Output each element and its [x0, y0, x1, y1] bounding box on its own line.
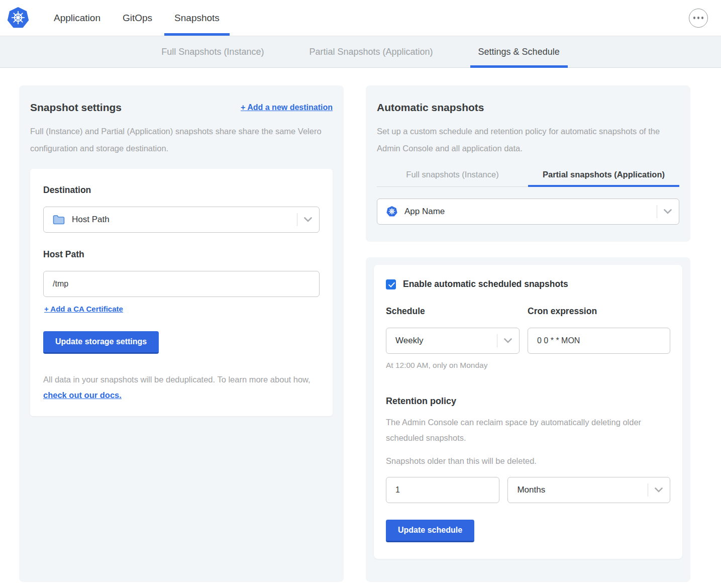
chevron-down-icon	[504, 338, 512, 343]
schedule-card-outer: Enable automatic scheduled snapshots Sch…	[366, 257, 690, 582]
cron-expression-label: Cron expression	[528, 306, 670, 317]
retention-amount-input[interactable]	[386, 477, 499, 503]
schedule-label: Schedule	[386, 306, 520, 317]
schedule-grid: Schedule Weekly	[386, 306, 670, 354]
automatic-snapshots-description: Set up a custom schedule and retention p…	[377, 123, 673, 157]
tab-full-snapshots-instance[interactable]: Full Snapshots (Instance)	[160, 36, 265, 67]
host-path-input[interactable]	[43, 271, 320, 297]
automatic-snapshots-tabs: Full snapshots (Instance) Partial snapsh…	[377, 170, 679, 187]
automatic-snapshots-card: Automatic snapshots Set up a custom sche…	[366, 85, 690, 242]
schedule-column: Schedule Weekly	[386, 306, 520, 354]
enable-snapshots-row: Enable automatic scheduled snapshots	[386, 279, 670, 289]
enable-snapshots-label: Enable automatic scheduled snapshots	[403, 279, 568, 289]
snapshots-settings-page: Application GitOps Snapshots Full Snapsh…	[0, 0, 721, 588]
select-divider	[657, 205, 657, 218]
ellipsis-icon	[697, 17, 700, 19]
add-ca-certificate-link[interactable]: + Add a CA Certificate	[44, 305, 123, 313]
ellipsis-icon	[693, 17, 696, 19]
retention-policy-description: The Admin Console can reclaim space by a…	[386, 415, 652, 446]
destination-label: Destination	[43, 185, 320, 195]
tab-partial-snapshots[interactable]: Partial snapshots (Application)	[528, 170, 679, 186]
schedule-card: Enable automatic scheduled snapshots Sch…	[374, 265, 682, 559]
cron-expression-input[interactable]	[528, 328, 670, 354]
select-affordance	[297, 213, 312, 226]
select-affordance	[648, 483, 663, 497]
dedupe-text: All data in your snapshots will be dedup…	[43, 375, 311, 384]
snapshots-subnav: Full Snapshots (Instance) Partial Snapsh…	[0, 36, 721, 68]
cron-human-readable: At 12:00 AM, only on Monday	[386, 361, 670, 370]
update-storage-settings-button[interactable]: Update storage settings	[43, 331, 159, 354]
app-kubernetes-icon	[386, 206, 397, 217]
update-schedule-button[interactable]: Update schedule	[386, 520, 474, 542]
retention-unit-value: Months	[517, 485, 545, 495]
select-affordance	[657, 205, 672, 218]
top-navigation: Application GitOps Snapshots	[0, 0, 721, 36]
tab-full-snapshots[interactable]: Full snapshots (Instance)	[377, 170, 528, 186]
storage-settings-panel: Destination Host Path	[30, 169, 333, 416]
select-divider	[648, 483, 648, 497]
schedule-interval-select[interactable]: Weekly	[386, 328, 520, 354]
nav-item-application[interactable]: Application	[54, 0, 100, 36]
host-path-block: Host Path	[43, 249, 320, 297]
retention-inputs-row: Months	[386, 477, 670, 503]
ellipsis-icon	[701, 17, 704, 19]
cron-column: Cron expression	[528, 306, 670, 354]
chevron-down-icon	[304, 217, 312, 222]
tab-settings-schedule[interactable]: Settings & Schedule	[477, 36, 561, 67]
folder-icon	[53, 215, 65, 225]
app-select[interactable]: App Name	[377, 199, 679, 225]
select-divider	[297, 213, 297, 226]
chevron-down-icon	[655, 487, 663, 493]
snapshot-settings-header: Snapshot settings + Add a new destinatio…	[30, 97, 333, 114]
select-affordance	[497, 334, 512, 347]
add-new-destination-link[interactable]: + Add a new destination	[241, 103, 333, 112]
destination-select[interactable]: Host Path	[43, 207, 320, 233]
right-column: Automatic snapshots Set up a custom sche…	[366, 85, 690, 582]
nav-item-snapshots[interactable]: Snapshots	[174, 0, 220, 36]
snapshot-settings-title: Snapshot settings	[30, 102, 122, 114]
automatic-snapshots-title: Automatic snapshots	[377, 97, 679, 114]
dedupe-note: All data in your snapshots will be dedup…	[43, 372, 320, 403]
host-path-label: Host Path	[43, 249, 320, 260]
overflow-menu-button[interactable]	[689, 9, 708, 28]
retention-unit-select[interactable]: Months	[507, 477, 670, 503]
retention-policy-title: Retention policy	[386, 396, 670, 407]
docs-link[interactable]: check out our docs.	[43, 390, 122, 400]
kubernetes-logo-icon	[7, 7, 29, 29]
main-content: Snapshot settings + Add a new destinatio…	[0, 68, 721, 588]
top-nav-items: Application GitOps Snapshots	[54, 0, 220, 36]
tab-partial-snapshots-application[interactable]: Partial Snapshots (Application)	[308, 36, 434, 67]
app-selected-value: App Name	[404, 207, 445, 217]
destination-selected-value: Host Path	[72, 215, 110, 225]
chevron-down-icon	[664, 209, 672, 214]
schedule-selected-value: Weekly	[395, 336, 423, 346]
snapshot-settings-description: Full (Instance) and Partial (Application…	[30, 123, 327, 157]
retention-hint: Snapshots older than this will be delete…	[386, 456, 670, 466]
select-divider	[497, 334, 497, 347]
enable-snapshots-checkbox[interactable]	[386, 279, 396, 289]
snapshot-settings-card: Snapshot settings + Add a new destinatio…	[19, 85, 344, 582]
left-column: Snapshot settings + Add a new destinatio…	[19, 85, 344, 582]
nav-item-gitops[interactable]: GitOps	[123, 0, 152, 36]
